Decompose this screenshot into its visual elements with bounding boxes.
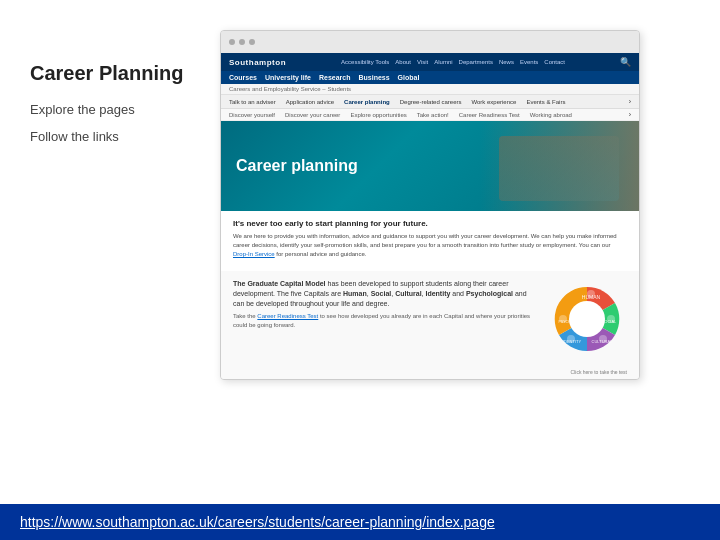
bottom-url-bar[interactable]: https://www.southampton.ac.uk/careers/st…: [0, 504, 720, 540]
page-title: Career Planning: [30, 60, 200, 86]
browser-dot-3: [249, 39, 255, 45]
graduate-cta: Take the Career Readiness Test to see ho…: [233, 312, 539, 330]
graduate-human: Human: [343, 290, 367, 297]
header-link-visit[interactable]: Visit: [417, 59, 428, 65]
right-panel: Southampton Accessibility Tools About Vi…: [220, 20, 720, 540]
search-icon[interactable]: 🔍: [620, 57, 631, 67]
click-here-note[interactable]: Click here to take the test: [221, 367, 639, 379]
chart-inner-circle: [569, 301, 605, 337]
university-header: Southampton Accessibility Tools About Vi…: [221, 53, 639, 71]
nav-item-courses[interactable]: Courses: [229, 74, 257, 81]
browser-dot-1: [229, 39, 235, 45]
hero-image-overlay: [499, 136, 619, 201]
header-link-alumni[interactable]: Alumni: [434, 59, 452, 65]
career-nav2-readiness[interactable]: Career Readiness Test: [459, 112, 520, 118]
graduate-social: Social: [371, 290, 392, 297]
icon-social: [607, 315, 615, 323]
career-nav-application[interactable]: Application advice: [286, 99, 334, 105]
drop-in-link[interactable]: Drop-In Service: [233, 251, 275, 257]
career-nav-row1: Talk to an adviser Application advice Ca…: [221, 95, 639, 109]
career-hero: Career planning: [221, 121, 639, 211]
career-nav-planning[interactable]: Career planning: [344, 99, 390, 105]
hero-title: Career planning: [236, 157, 358, 175]
career-nav2-working-abroad[interactable]: Working abroad: [530, 112, 572, 118]
university-logo: Southampton: [229, 58, 286, 67]
career-nav2-take-action[interactable]: Take action!: [417, 112, 449, 118]
header-link-contact[interactable]: Contact: [544, 59, 565, 65]
career-nav-adviser[interactable]: Talk to an adviser: [229, 99, 276, 105]
header-links: Accessibility Tools About Visit Alumni D…: [341, 59, 565, 65]
page-container: Career Planning Explore the pages Follow…: [0, 0, 720, 540]
breadcrumb: Careers and Employability Service – Stud…: [221, 84, 639, 95]
nav-item-business[interactable]: Business: [358, 74, 389, 81]
graduate-text-content: The Graduate Capital Model has been deve…: [233, 279, 539, 359]
career-nav-work[interactable]: Work experience: [471, 99, 516, 105]
career-readiness-link[interactable]: Career Readiness Test: [257, 313, 318, 319]
graduate-capital-section: The Graduate Capital Model has been deve…: [221, 271, 639, 367]
header-link-about[interactable]: About: [395, 59, 411, 65]
header-link-events[interactable]: Events: [520, 59, 538, 65]
main-nav-bar: Courses University life Research Busines…: [221, 71, 639, 84]
nav-item-global[interactable]: Global: [398, 74, 420, 81]
career-nav2-discover-yourself[interactable]: Discover yourself: [229, 112, 275, 118]
header-link-news[interactable]: News: [499, 59, 514, 65]
nav-item-university-life[interactable]: University life: [265, 74, 311, 81]
content-title: It's never too early to start planning f…: [233, 219, 627, 228]
nav-item-research[interactable]: Research: [319, 74, 351, 81]
content-body: We are here to provide you with informat…: [233, 232, 627, 259]
main-content: Career Planning Explore the pages Follow…: [0, 0, 720, 540]
browser-dot-2: [239, 39, 245, 45]
capital-chart-svg: HUMAN SOCIAL CULTURAL IDENTITY PSYCH.: [547, 279, 627, 359]
capital-chart: HUMAN SOCIAL CULTURAL IDENTITY PSYCH.: [547, 279, 627, 359]
career-nav-row2: Discover yourself Discover your career E…: [221, 109, 639, 121]
follow-links-text: Follow the links: [30, 129, 200, 144]
icon-identity: [567, 335, 575, 343]
graduate-model-title: The Graduate Capital Model: [233, 280, 326, 287]
browser-nav-bar: [221, 31, 639, 53]
graduate-cultural: Cultural: [395, 290, 421, 297]
career-nav-events[interactable]: Events & Fairs: [526, 99, 565, 105]
career-nav2-explore[interactable]: Explore opportunities: [350, 112, 406, 118]
arrow-icon: ›: [629, 98, 631, 105]
arrow-icon-2: ›: [629, 111, 631, 118]
explore-subtitle: Explore the pages: [30, 102, 200, 117]
career-nav2-discover-career[interactable]: Discover your career: [285, 112, 340, 118]
left-panel: Career Planning Explore the pages Follow…: [0, 20, 220, 540]
icon-human: [587, 290, 595, 298]
career-nav-degree[interactable]: Degree-related careers: [400, 99, 462, 105]
browser-screenshot: Southampton Accessibility Tools About Vi…: [220, 30, 640, 380]
url-text[interactable]: https://www.southampton.ac.uk/careers/st…: [20, 514, 495, 530]
icon-cultural: [599, 335, 607, 343]
header-link-accessibility[interactable]: Accessibility Tools: [341, 59, 389, 65]
graduate-title: The Graduate Capital Model has been deve…: [233, 279, 539, 308]
header-link-departments[interactable]: Departments: [459, 59, 493, 65]
icon-psychological: [559, 315, 567, 323]
graduate-psychological: Psychological: [466, 290, 513, 297]
graduate-identity: Identity: [425, 290, 450, 297]
career-content-section: It's never too early to start planning f…: [221, 211, 639, 271]
